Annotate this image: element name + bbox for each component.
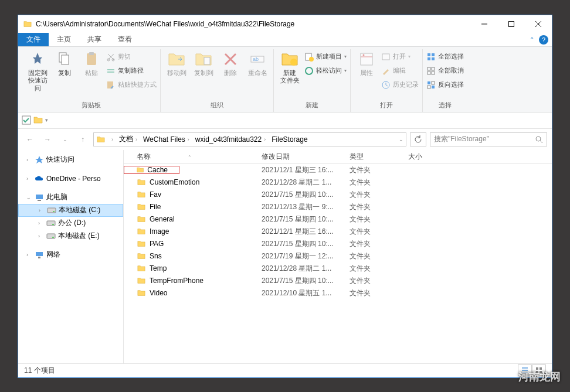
file-row[interactable]: General2021/7/15 星期四 10:...文件夹 — [124, 213, 552, 226]
folder-icon — [137, 240, 146, 248]
file-row[interactable]: TempFromPhone2021/7/15 星期四 10:...文件夹 — [124, 275, 552, 287]
cloud-icon — [35, 174, 44, 183]
tab-share[interactable]: 共享 — [79, 33, 110, 46]
minimize-button[interactable] — [471, 15, 498, 33]
svg-point-18 — [363, 54, 365, 56]
moveto-button[interactable]: 移动到 — [164, 49, 189, 77]
col-name[interactable]: 名称 ⌃ — [124, 152, 262, 162]
back-button[interactable]: ← — [23, 132, 37, 146]
file-date: 2021/7/15 星期四 10:... — [262, 190, 350, 200]
svg-rect-26 — [432, 67, 435, 70]
nav-onedrive[interactable]: ›OneDrive - Perso — [18, 172, 123, 185]
svg-rect-29 — [428, 81, 430, 84]
file-type: 文件夹 — [350, 178, 408, 188]
properties-button[interactable]: 属性 — [354, 49, 379, 77]
folder-icon — [137, 178, 146, 186]
copy-button[interactable]: 复制 — [52, 49, 77, 77]
col-size[interactable]: 大小 — [408, 152, 552, 162]
folder-icon — [96, 135, 106, 144]
breadcrumb-item[interactable]: 文档› — [117, 134, 140, 144]
file-type: 文件夹 — [350, 227, 408, 237]
window-title: C:\Users\Administrator\Documents\WeChat … — [36, 20, 294, 28]
item-count: 11 个项目 — [24, 366, 55, 376]
folder-icon — [137, 252, 146, 260]
tab-file[interactable]: 文件 — [18, 33, 49, 46]
file-row[interactable]: Temp2021/12/28 星期二 1...文件夹 — [124, 263, 552, 275]
file-row[interactable]: Fav2021/7/15 星期四 10:...文件夹 — [124, 189, 552, 201]
overflow-icon[interactable]: ▾ — [45, 117, 48, 123]
delete-button[interactable]: 删除 — [218, 49, 243, 77]
ribbon-group-open: 打开 — [380, 100, 393, 112]
svg-rect-36 — [38, 200, 41, 201]
file-name: File — [150, 203, 161, 211]
edit-button[interactable]: 编辑 — [381, 64, 419, 77]
file-name: Cache — [147, 166, 168, 174]
file-list: 名称 ⌃ 修改日期 类型 大小 Cache2021/12/1 星期三 16:..… — [124, 150, 552, 363]
chevron-down-icon[interactable]: ⌄ — [399, 137, 403, 142]
rename-button[interactable]: ab重命名 — [245, 49, 270, 77]
svg-rect-21 — [428, 53, 430, 56]
folder-icon — [137, 190, 146, 199]
refresh-button[interactable] — [410, 132, 426, 146]
folder-icon — [137, 227, 146, 236]
newitem-button[interactable]: 新建项目 ▾ — [304, 50, 347, 63]
file-name: PAG — [150, 240, 164, 248]
help-icon[interactable]: ? — [539, 35, 548, 45]
selectnone-button[interactable]: 全部取消 — [426, 64, 464, 77]
file-name: TempFromPhone — [150, 277, 203, 285]
file-row[interactable]: Video2021/12/10 星期五 1...文件夹 — [124, 287, 552, 299]
easyaccess-button[interactable]: 轻松访问 ▾ — [304, 64, 347, 77]
paste-shortcut-button[interactable]: 粘贴快捷方式 — [106, 79, 157, 91]
copyto-button[interactable]: 复制到 — [191, 49, 216, 77]
file-name: General — [150, 215, 175, 223]
file-type: 文件夹 — [350, 288, 408, 298]
breadcrumb-item[interactable]: WeChat Files› — [141, 135, 192, 144]
pin-button[interactable]: 固定到快速访问 — [25, 49, 50, 93]
cut-button[interactable]: 剪切 — [106, 50, 157, 63]
col-type[interactable]: 类型 — [350, 152, 408, 162]
breadcrumb-item[interactable]: FileStorage — [269, 135, 310, 144]
tab-home[interactable]: 主页 — [49, 33, 79, 46]
file-row[interactable]: Image2021/12/1 星期三 16:...文件夹 — [124, 226, 552, 238]
svg-rect-2 — [509, 21, 514, 26]
nav-disk-c[interactable]: ›本地磁盘 (C:) — [18, 204, 123, 217]
selectall-button[interactable]: 全部选择 — [426, 50, 464, 63]
folder-icon — [137, 215, 146, 223]
nav-network[interactable]: ›网络 — [18, 248, 123, 261]
ribbon-collapse-icon[interactable]: ⌃ — [530, 36, 534, 43]
nav-disk-d[interactable]: ›办公 (D:) — [18, 217, 123, 230]
file-row[interactable]: CustomEmotion2021/12/28 星期二 1...文件夹 — [124, 176, 552, 189]
address-bar: ← → ⌄ ↑ › 文档› WeChat Files› wxid_o4t3fmi… — [18, 129, 552, 150]
search-icon — [535, 135, 543, 144]
folder-icon[interactable] — [33, 115, 43, 125]
svg-rect-27 — [428, 71, 430, 74]
file-row[interactable]: Cache2021/12/1 星期三 16:...文件夹 — [124, 164, 552, 176]
svg-rect-37 — [36, 252, 43, 256]
pc-icon — [35, 193, 44, 202]
breadcrumb-item[interactable]: wxid_o4t3fmitdau322› — [193, 135, 268, 144]
svg-rect-10 — [204, 57, 210, 64]
maximize-button[interactable] — [498, 15, 525, 33]
nav-disk-e[interactable]: ›本地磁盘 (E:) — [18, 230, 123, 243]
file-row[interactable]: File2021/12/13 星期一 9:...文件夹 — [124, 201, 552, 213]
copypath-button[interactable]: 复制路径 — [106, 64, 157, 77]
nav-quickaccess[interactable]: ›快速访问 — [18, 154, 123, 166]
check-icon[interactable] — [22, 115, 31, 125]
file-row[interactable]: PAG2021/7/15 星期四 10:...文件夹 — [124, 238, 552, 250]
search-input[interactable]: 搜索"FileStorage" — [430, 132, 547, 146]
close-button[interactable] — [525, 15, 552, 33]
paste-button[interactable]: 粘贴 — [79, 49, 104, 77]
open-button[interactable]: 打开 ▾ — [381, 50, 419, 63]
recent-button[interactable]: ⌄ — [58, 132, 72, 146]
file-row[interactable]: Sns2021/7/19 星期一 12:...文件夹 — [124, 250, 552, 263]
newfolder-button[interactable]: 新建 文件夹 — [277, 49, 302, 84]
tab-view[interactable]: 查看 — [110, 33, 140, 46]
nav-thispc[interactable]: ⌄此电脑 — [18, 191, 123, 204]
col-date[interactable]: 修改日期 — [262, 152, 350, 162]
breadcrumb-box[interactable]: › 文档› WeChat Files› wxid_o4t3fmitdau322›… — [93, 132, 406, 146]
up-button[interactable]: ↑ — [76, 132, 90, 146]
invert-button[interactable]: 反向选择 — [426, 79, 464, 91]
file-type: 文件夹 — [350, 190, 408, 200]
history-button[interactable]: 历史记录 — [381, 79, 419, 91]
forward-button[interactable]: → — [40, 132, 55, 146]
